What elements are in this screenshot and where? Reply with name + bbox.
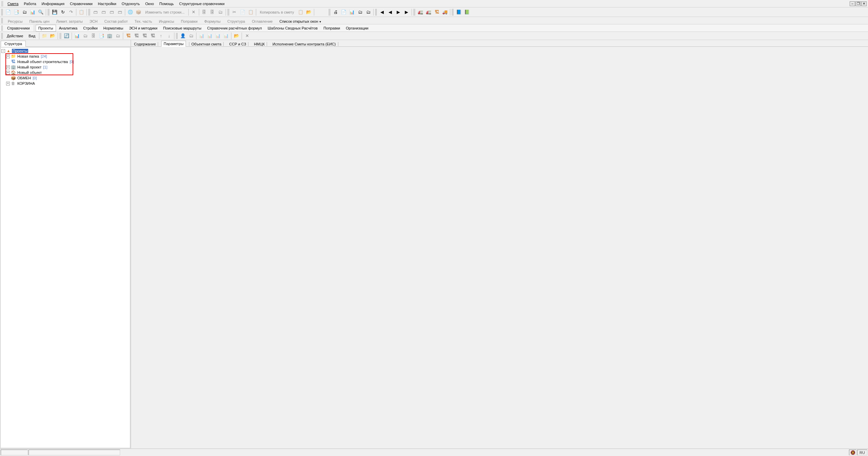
tb-cabinet3-icon[interactable]: 🗃	[108, 8, 115, 16]
rtab-ssr[interactable]: ССР и СЗ	[227, 41, 251, 47]
subtab-formula-ref[interactable]: Справочник расчётных формул	[205, 25, 265, 32]
tb-grip-7[interactable]	[414, 9, 416, 16]
tb-nav-next-icon[interactable]: ▶	[395, 8, 402, 16]
expander-icon[interactable]: +	[6, 65, 10, 69]
ab-struct3-icon[interactable]: 🏗	[141, 32, 148, 40]
menu-struct-sprav[interactable]: Структурные справочники	[176, 1, 227, 7]
view-button[interactable]: Вид	[26, 33, 38, 39]
subtab-projects[interactable]: Проекты	[36, 25, 56, 32]
ab-up-icon[interactable]: ↑	[157, 32, 165, 40]
tb-undo-icon[interactable]: ↻	[59, 8, 67, 16]
tb-cabinet2-icon[interactable]: 🗃	[100, 8, 107, 16]
ab-cabinet-icon[interactable]: 🗄	[90, 32, 97, 40]
tab-esn[interactable]: ЭСН	[87, 18, 101, 24]
tab-resources[interactable]: Ресурсы	[5, 18, 25, 24]
expander-icon[interactable]: +	[6, 82, 10, 85]
tb-nav-prev-icon[interactable]: ◀	[386, 8, 394, 16]
tb-delete-icon[interactable]: ✕	[190, 8, 197, 16]
mt-grip[interactable]	[1, 25, 3, 31]
panel-tab-structure[interactable]: Структура	[1, 41, 26, 47]
tb-storage1-icon[interactable]: 🗄	[201, 8, 208, 16]
ab-folder3-icon[interactable]: 🗂	[187, 32, 195, 40]
tb-open-folder-icon[interactable]: 📂	[305, 8, 313, 16]
subtab-routes[interactable]: Поисковые маршруты	[161, 25, 204, 32]
tb-grip-5[interactable]	[329, 9, 331, 16]
tab-indexes[interactable]: Индексы	[156, 18, 177, 24]
tab-composition[interactable]: Состав работ	[101, 18, 131, 24]
subtab-norms[interactable]: Нормативы	[101, 25, 126, 32]
expander-icon[interactable]: +	[6, 71, 10, 75]
ab-grip-3[interactable]	[176, 33, 178, 39]
ab-doc-icon[interactable]: 📑	[98, 32, 105, 40]
tab-open-windows[interactable]: Список открытых окон▼	[276, 18, 324, 24]
vt-grip[interactable]	[1, 18, 3, 23]
ab-chart1-icon[interactable]: 📊	[73, 32, 81, 40]
tb-search-icon[interactable]: 🔍	[37, 8, 44, 16]
tab-corrections[interactable]: Поправки	[178, 18, 201, 24]
tb-cabinet4-icon[interactable]: 🗃	[116, 8, 124, 16]
rtab-content[interactable]: Содержание	[132, 41, 161, 47]
ab-folder1-icon[interactable]: 🗂	[81, 32, 89, 40]
tb-grip-2[interactable]	[48, 9, 50, 16]
tab-limit[interactable]: Лимит. затраты	[53, 18, 86, 24]
tb-copy-icon[interactable]: 📄	[239, 8, 246, 16]
rtab-eis[interactable]: Исполнение Сметы контракта (ЕИС)	[270, 41, 340, 47]
status-mute-icon[interactable]: 🔕	[849, 450, 856, 455]
subtab-builds[interactable]: Стройки	[80, 25, 100, 32]
ab-grip-2[interactable]	[60, 33, 62, 39]
tb-cut-icon[interactable]: ✂	[231, 8, 238, 16]
tb-new-doc-icon[interactable]: 📄	[4, 8, 12, 16]
tb-truck2-icon[interactable]: 🚛	[425, 8, 432, 16]
rtab-object-smeta[interactable]: Объектная смета	[187, 41, 226, 47]
expander-icon[interactable]: −	[1, 49, 5, 53]
tab-formulas[interactable]: Формулы	[201, 18, 224, 24]
menu-relax[interactable]: Отдохнуть	[119, 1, 143, 7]
tb-save-icon[interactable]: 💾	[51, 8, 58, 16]
tb-grip-3[interactable]	[89, 9, 91, 16]
menu-sprav[interactable]: Справочники	[67, 1, 95, 7]
menu-info[interactable]: Информация	[39, 1, 67, 7]
tb-box-icon[interactable]: 📦	[135, 8, 142, 16]
tb-storage2-icon[interactable]: 🗄	[209, 8, 216, 16]
ab-refresh-icon[interactable]: 🔄	[63, 32, 70, 40]
ab-user-icon[interactable]: 👤	[179, 32, 187, 40]
tb-folder2-icon[interactable]: 🗂	[356, 8, 364, 16]
tb-page-icon[interactable]: 📄	[340, 8, 347, 16]
ab-close-icon[interactable]: ✕	[243, 32, 251, 40]
tb-redo-icon[interactable]: ↷	[67, 8, 75, 16]
tb-change-row-type[interactable]: Изменить тип строки...	[143, 9, 187, 15]
tb-cabinet1-icon[interactable]: 🗃	[92, 8, 99, 16]
tree-item-new-build-object[interactable]: 🏗 Новый объект строительства [0]	[1, 59, 129, 64]
tb-storage3-icon[interactable]: 🗂	[217, 8, 224, 16]
tb-paste-icon[interactable]: 📋	[247, 8, 254, 16]
ab-folder2-icon[interactable]: 🗂	[114, 32, 121, 40]
tree-item-trash[interactable]: + 🗑 КОРЗИНА	[1, 81, 129, 86]
tb-chart-icon[interactable]: 📊	[29, 8, 36, 16]
tab-price-panel[interactable]: Панель цен	[26, 18, 52, 24]
tab-tech[interactable]: Тех. часть	[131, 18, 155, 24]
tab-structure[interactable]: Структура	[224, 18, 248, 24]
status-language[interactable]: RU	[857, 450, 867, 455]
tb-print-icon[interactable]: 🖨	[332, 8, 339, 16]
subtab-orgs[interactable]: Организации	[343, 25, 371, 32]
tb-clipboard-icon[interactable]: 📋	[78, 8, 85, 16]
ab-folder-open-icon[interactable]: 📂	[49, 32, 56, 40]
subtab-corrections2[interactable]: Поправки	[321, 25, 343, 32]
subtab-templates[interactable]: Шаблоны Сводных Расчётов	[265, 25, 320, 32]
menu-rabota[interactable]: Работа	[21, 1, 39, 7]
tree-root-projects[interactable]: − ▲ Проекты	[1, 48, 129, 54]
minimize-button[interactable]: –	[850, 1, 855, 6]
ab-struct4-icon[interactable]: 🏗	[149, 32, 156, 40]
tb-globe-icon[interactable]: 🌐	[127, 8, 134, 16]
tab-toc[interactable]: Оглавление	[249, 18, 276, 24]
rtab-params[interactable]: Параметры	[161, 41, 186, 47]
tb-nav-last-icon[interactable]: ▶	[403, 8, 410, 16]
maximize-button[interactable]: ❐	[855, 1, 861, 6]
menubar-grip[interactable]	[1, 1, 3, 6]
close-button[interactable]: ✕	[861, 1, 867, 6]
subtab-sprav[interactable]: Справочники	[4, 25, 33, 32]
tree-item-new-object[interactable]: + 🏠 Новый объект	[1, 70, 129, 75]
menu-window[interactable]: Окно	[143, 1, 157, 7]
ab-struct1-icon[interactable]: 🏗	[125, 32, 132, 40]
tb-grip-1[interactable]	[1, 9, 3, 16]
